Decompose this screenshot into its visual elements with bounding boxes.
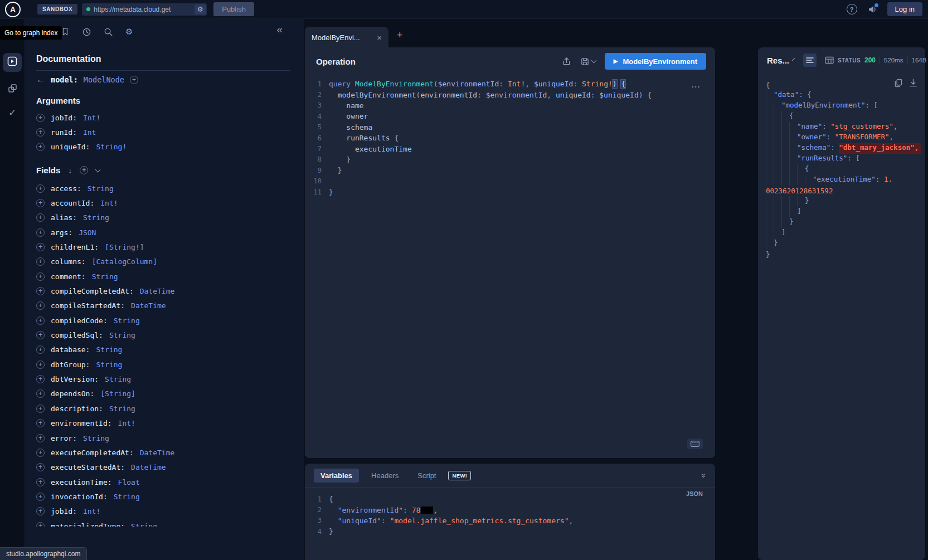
field-type-link[interactable]: [String!] — [105, 243, 144, 251]
field-type-link[interactable]: Int! — [83, 507, 100, 515]
field-row[interactable]: +comment:String — [36, 269, 295, 284]
nav-explorer-button[interactable] — [3, 53, 22, 72]
field-type-link[interactable]: String — [92, 272, 118, 281]
response-table-view-button[interactable] — [825, 56, 834, 64]
field-row[interactable]: +accountId:Int! — [36, 196, 295, 210]
field-type-link[interactable]: String — [105, 375, 131, 383]
field-type-link[interactable]: String — [109, 331, 135, 339]
run-history-clock-icon[interactable] — [82, 27, 91, 37]
field-row[interactable]: +compiledSql:String — [36, 328, 295, 342]
apollo-logo[interactable]: A — [5, 2, 21, 17]
add-to-query-button[interactable]: + — [36, 463, 45, 471]
add-to-query-button[interactable]: + — [36, 331, 45, 339]
save-dropdown-chevron-icon[interactable] — [591, 58, 596, 64]
sort-fields-icon[interactable]: ↓ — [68, 166, 72, 175]
field-row[interactable]: +database:String — [36, 343, 295, 357]
saved-operations-bookmark-icon[interactable] — [61, 27, 70, 36]
field-row[interactable]: +executeStartedAt:DateTime — [36, 460, 295, 475]
add-to-query-button[interactable]: + — [36, 375, 45, 383]
new-tab-button[interactable]: + — [397, 30, 403, 41]
field-type-link[interactable]: JSON — [79, 228, 96, 237]
add-to-query-button[interactable]: + — [36, 128, 45, 137]
add-to-query-button[interactable]: + — [36, 389, 45, 398]
field-type-link[interactable]: Int — [83, 128, 96, 137]
add-to-query-button[interactable]: + — [36, 449, 45, 457]
field-type-link[interactable]: String — [96, 361, 122, 369]
field-type-link[interactable]: Int! — [100, 199, 118, 207]
add-to-query-button[interactable]: + — [36, 257, 45, 266]
nav-schema-button[interactable] — [7, 83, 18, 96]
add-to-query-button[interactable]: + — [36, 493, 45, 501]
nav-checks-button[interactable]: ✓ — [8, 107, 16, 119]
field-row[interactable]: +childrenL1:[String!] — [36, 240, 295, 254]
back-arrow-icon[interactable]: ← — [36, 75, 45, 85]
download-response-icon[interactable] — [909, 79, 917, 90]
add-to-query-button[interactable]: + — [36, 243, 45, 251]
keyboard-shortcuts-button[interactable] — [687, 439, 703, 449]
field-type-link[interactable]: String — [114, 493, 140, 501]
add-to-query-button[interactable]: + — [36, 114, 45, 122]
add-to-query-button[interactable]: + — [36, 316, 45, 325]
field-row[interactable]: +materializedType:String — [36, 519, 295, 527]
add-to-query-button[interactable]: + — [36, 301, 45, 310]
field-type-link[interactable]: String — [88, 184, 114, 193]
collapse-variables-chevron-icon[interactable]: » — [699, 473, 708, 478]
field-row[interactable]: +args:JSON — [36, 225, 295, 240]
field-row[interactable]: +access:String — [36, 181, 295, 196]
response-raw-view-button[interactable] — [803, 53, 817, 67]
add-to-query-button[interactable]: + — [36, 184, 45, 193]
login-button[interactable]: Log in — [887, 2, 922, 16]
copy-response-icon[interactable] — [894, 79, 902, 90]
breadcrumb-type-link[interactable]: ModelNode — [84, 75, 124, 84]
add-fields-button[interactable]: + — [80, 166, 88, 174]
explorer-settings-gear-icon[interactable]: ⚙ — [125, 27, 133, 37]
endpoint-settings-gear-icon[interactable]: ⚙ — [195, 4, 206, 14]
add-to-query-button[interactable]: + — [36, 228, 45, 237]
collapse-panel-icon[interactable]: « — [276, 24, 283, 35]
field-row[interactable]: +dependsOn:[String] — [36, 387, 295, 401]
add-fields-chevron-icon[interactable] — [95, 167, 101, 172]
field-row[interactable]: +compileStartedAt:DateTime — [36, 299, 295, 313]
add-to-query-button[interactable]: + — [36, 199, 45, 207]
response-dropdown-chevron-icon[interactable] — [792, 58, 795, 61]
save-operation-button[interactable] — [580, 57, 596, 66]
field-type-link[interactable]: String — [131, 522, 157, 527]
field-row[interactable]: +compileCompletedAt:DateTime — [36, 284, 295, 298]
add-to-query-button[interactable]: + — [36, 507, 45, 515]
field-type-link[interactable]: Float — [118, 478, 140, 486]
field-type-link[interactable]: DateTime — [140, 287, 175, 295]
field-row[interactable]: +invocationId:String — [36, 489, 295, 504]
add-to-query-button[interactable]: + — [36, 272, 45, 281]
field-type-link[interactable]: DateTime — [140, 449, 175, 457]
add-to-query-button[interactable]: + — [36, 213, 45, 222]
field-type-link[interactable]: [CatalogColumn] — [92, 257, 157, 266]
field-row[interactable]: +dbtGroup:String — [36, 357, 295, 372]
search-icon[interactable] — [104, 27, 113, 37]
add-to-query-button[interactable]: + — [36, 522, 45, 527]
help-icon[interactable]: ? — [847, 4, 857, 14]
add-to-query-button[interactable]: + — [36, 405, 45, 413]
field-type-link[interactable]: String — [109, 405, 135, 413]
field-row[interactable]: +jobId:Int! — [36, 504, 295, 519]
tab-script[interactable]: Script — [411, 469, 443, 483]
field-row[interactable]: +error:String — [36, 431, 295, 445]
variables-editor[interactable]: 1{2 "environmentId": 78,3 "uniqueId": "m… — [305, 494, 715, 537]
tab-headers[interactable]: Headers — [365, 469, 405, 483]
add-to-query-button[interactable]: + — [36, 419, 45, 427]
field-row[interactable]: +description:String — [36, 401, 295, 416]
add-to-query-button[interactable]: + — [36, 361, 45, 369]
field-row[interactable]: +columns:[CatalogColumn] — [36, 255, 295, 269]
close-tab-icon[interactable]: × — [377, 33, 382, 42]
field-type-link[interactable]: DateTime — [131, 301, 166, 310]
field-type-link[interactable]: String — [83, 213, 109, 222]
field-row[interactable]: +executionTime:Float — [36, 475, 295, 489]
field-row[interactable]: +dbtVersion:String — [36, 372, 295, 386]
field-type-link[interactable]: String — [83, 434, 109, 442]
field-type-link[interactable]: String — [114, 316, 140, 325]
field-type-link[interactable]: String! — [96, 143, 127, 151]
argument-row[interactable]: +runId:Int — [36, 125, 295, 139]
field-type-link[interactable]: String — [96, 345, 122, 354]
add-to-query-button[interactable]: + — [36, 434, 45, 442]
field-type-link[interactable]: DateTime — [131, 463, 166, 471]
operation-tab[interactable]: ModelByEnvi... × — [305, 27, 388, 48]
